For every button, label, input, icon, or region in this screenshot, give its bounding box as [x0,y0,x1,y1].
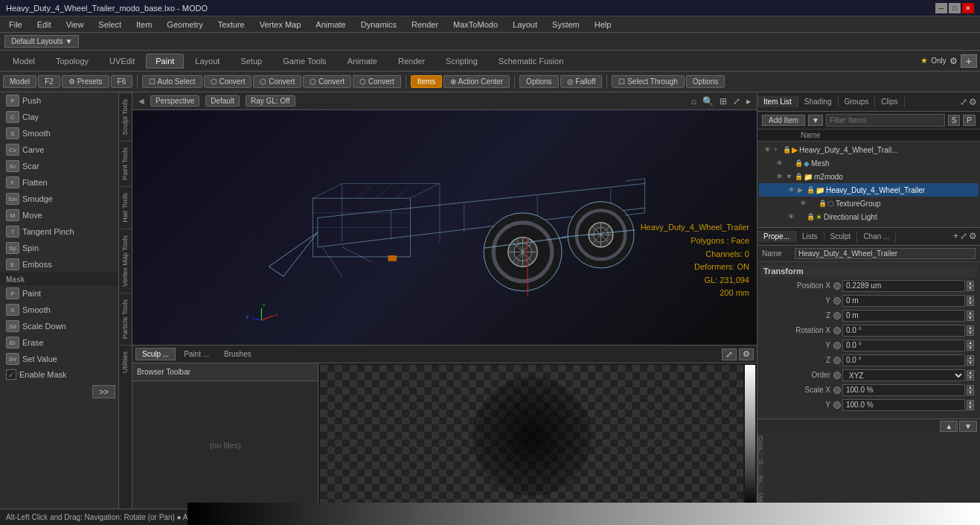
item-row-dirlight[interactable]: 👁 🔒 ☀ Directional Light [759,210,979,223]
viewport-canvas[interactable]: X Y Z Heavy_Duty_4_Wheel_Trailer Polygon… [132,110,757,345]
model-tab-button[interactable]: Model [3,75,36,88]
falloff-button[interactable]: ◎ Falloff [560,75,603,88]
scale-x-input[interactable] [842,384,965,396]
rotation-z-radio[interactable] [833,357,841,364]
scale-y-radio[interactable] [833,401,841,409]
bottom-expand-button[interactable]: ⤢ [722,349,737,360]
add-item-arrow[interactable]: ▼ [808,115,823,126]
tab-scripting[interactable]: Scripting [436,54,487,69]
texgroup-eye-icon[interactable]: 👁 [798,198,808,209]
root-plus-icon[interactable]: + [774,146,783,153]
mesh-eye-icon[interactable]: 👁 [774,158,784,168]
item-row-root[interactable]: 👁 + 🔒 ▶ Heavy_Duty_4_Wheel_Trail... [759,143,979,156]
filter-items-input[interactable] [826,114,945,127]
position-z-input[interactable] [842,310,965,322]
tab-setup[interactable]: Setup [231,54,272,69]
tool-tangent-pinch[interactable]: T Tangent Pinch [0,223,118,240]
settings-icon[interactable]: ⚙ [949,56,958,66]
tab-render[interactable]: Render [388,54,435,69]
position-z-up[interactable]: ▲ [967,311,974,316]
default-label[interactable]: Default [205,95,240,106]
tab-uvedit[interactable]: UVEdit [100,54,144,69]
tool-scar[interactable]: Sc Scar [0,158,118,174]
tool-move[interactable]: M Move [0,207,118,223]
m2modo-eye-icon[interactable]: 👁 [774,171,784,182]
position-y-down[interactable]: ▼ [967,301,974,306]
position-z-down[interactable]: ▼ [967,316,974,321]
rotation-z-up[interactable]: ▲ [967,355,974,360]
position-x-input[interactable] [842,280,965,292]
tool-enable-mask[interactable]: Enable Mask [0,367,118,382]
tool-erase[interactable]: Er Erase [0,334,118,351]
btab-brushes[interactable]: Brushes [217,348,258,360]
dirlight-lock-icon[interactable]: 🔒 [807,213,816,220]
tab-model[interactable]: Model [3,54,45,69]
filter-s-button[interactable]: S [948,115,961,126]
menu-dynamics[interactable]: Dynamics [355,19,403,31]
filter-p-button[interactable]: P [963,115,976,126]
tool-smudge[interactable]: Sm Smudge [0,191,118,207]
perspective-label[interactable]: Perspective [150,95,199,106]
vp-maximize-icon[interactable]: ⤢ [733,96,740,106]
tab-layout[interactable]: Layout [185,54,229,69]
rotation-y-down[interactable]: ▼ [967,346,974,351]
minimize-button[interactable]: ─ [935,3,947,13]
tab-schematic[interactable]: Schematic Fusion [489,54,573,69]
name-input[interactable] [795,248,976,259]
item-row-hd4wt[interactable]: 👁 ▶ 🔒 📁 Heavy_Duty_4_Wheel_Trailer [759,183,979,197]
btab-sculpt[interactable]: Sculp ... [135,348,176,360]
menu-select[interactable]: Select [92,19,127,31]
ptab-chan[interactable]: Chan ... [857,231,896,242]
tool-emboss[interactable]: E Emboss [0,256,118,273]
rotation-x-up[interactable]: ▲ [967,325,974,331]
rtab-clips[interactable]: Clips [875,96,904,107]
close-button[interactable]: ✕ [962,3,974,13]
props-expand-button[interactable]: ⤢ [960,231,967,241]
menu-vertex-map[interactable]: Vertex Map [254,19,307,31]
tool-smooth[interactable]: S Smooth [0,125,118,141]
item-row-texgroup[interactable]: 👁 🔒 ⬡ TextureGroup [759,197,979,210]
tool-set-value[interactable]: SV Set Value [0,351,118,367]
rotation-z-input[interactable] [842,354,965,366]
add-item-button[interactable]: Add Item [762,115,805,126]
menu-edit[interactable]: Edit [31,19,57,31]
vp-home-icon[interactable]: ⌂ [691,96,696,106]
root-lock-icon[interactable]: 🔒 [783,146,792,153]
convert3-button[interactable]: ⬡ Convert [303,75,351,88]
scale-x-down[interactable]: ▼ [967,390,974,395]
options1-button[interactable]: Options [519,75,558,88]
rtab-item-list[interactable]: Item List [758,96,798,107]
side-tab-paint-tools[interactable]: Paint Tools [119,141,132,186]
order-radio[interactable] [833,372,841,379]
mesh-lock-icon[interactable]: 🔒 [795,159,804,167]
tool-flatten[interactable]: F Flatten [0,174,118,191]
maximize-button[interactable]: □ [949,3,961,13]
side-tab-hair-tools[interactable]: Hair Tools [119,186,132,229]
hd4wt-eye-icon[interactable]: 👁 [786,185,796,195]
presets-button[interactable]: ⚙ Presets [62,75,109,88]
item-row-m2modo[interactable]: 👁 ▼ 🔒 📁 m2modo [759,170,979,183]
rotation-y-up[interactable]: ▲ [967,340,974,346]
props-scroll-down[interactable]: ▼ [959,421,977,432]
position-y-input[interactable] [842,295,965,307]
rtab-shading[interactable]: Shading [798,96,839,107]
tab-animate[interactable]: Animate [338,54,387,69]
position-x-radio[interactable] [833,282,841,290]
side-tab-utilities[interactable]: Utilities [119,345,132,379]
props-scroll-up[interactable]: ▲ [940,421,958,432]
dirlight-eye-icon[interactable]: 👁 [786,211,796,222]
ptab-lists[interactable]: Lists [796,231,824,242]
convert4-button[interactable]: ⬡ Convert [353,75,401,88]
order-up[interactable]: ▲ [967,370,974,375]
tool-carve[interactable]: Cv Carve [0,141,118,158]
hd4wt-expand[interactable]: ▶ [798,186,807,194]
scale-x-up[interactable]: ▲ [967,385,974,390]
rotation-y-radio[interactable] [833,342,841,349]
menu-geometry[interactable]: Geometry [161,19,208,31]
tab-game-tools[interactable]: Game Tools [273,54,336,69]
tool-paint[interactable]: P Paint [0,285,118,302]
menu-file[interactable]: File [3,19,28,31]
tab-paint[interactable]: Paint [146,54,184,69]
expand-button[interactable]: >> [92,385,115,398]
side-tab-vertex-map[interactable]: Vertex Map Tools [119,229,132,293]
